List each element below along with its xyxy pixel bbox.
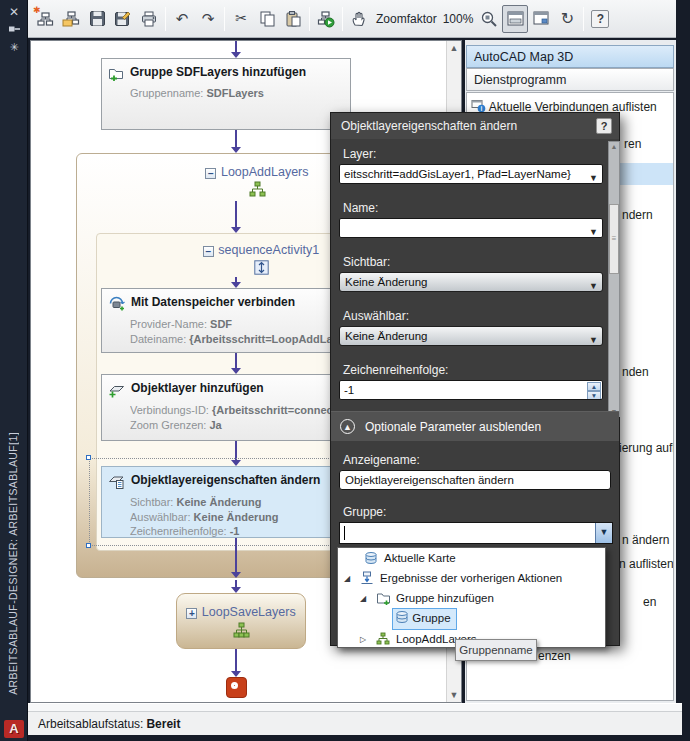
- prop-label: Gruppenname:: [130, 87, 203, 99]
- chevron-down-icon[interactable]: ▼: [589, 277, 598, 295]
- prop-label: Provider-Name:: [130, 318, 207, 330]
- tree-expanded-icon[interactable]: ◢: [344, 569, 350, 589]
- activity-objektlayereigenschaften-aendern[interactable]: Objektlayereigenschaften ändern Sichtbar…: [101, 466, 351, 538]
- tree-item-gruppe-selected[interactable]: Gruppe: [338, 608, 605, 628]
- anzeigename-label: Anzeigename:: [343, 453, 420, 467]
- new-workflow-button[interactable]: ✱: [32, 5, 58, 33]
- prop-value: Keine Änderung: [194, 511, 279, 523]
- dialog-help-button[interactable]: ?: [596, 118, 612, 134]
- toolbar-separator: [165, 7, 166, 31]
- layer-add-icon: [108, 381, 125, 402]
- run-workflow-button[interactable]: [313, 5, 339, 33]
- collapse-icon[interactable]: −: [205, 168, 216, 179]
- spin-up-icon[interactable]: ▲: [587, 382, 601, 391]
- zoom-window-button[interactable]: [476, 5, 502, 33]
- workflow-designer-window: ✕ ✳ ARBEITSABLAUF-DESIGNER: ARBEITSABLAU…: [0, 0, 690, 741]
- autocad-logo: A: [4, 720, 24, 738]
- gruppe-dropdown-popup: Aktuelle Karte ◢ Ergebnisse der vorherig…: [337, 547, 606, 648]
- chevron-up-circle-icon: ▲: [340, 419, 355, 434]
- folder-plus-icon: [108, 65, 124, 85]
- optional-parameters-toggle[interactable]: ▲ Optionale Parameter ausblenden: [331, 411, 619, 441]
- activity-gruppe-sdflayers-hinzufuegen[interactable]: Gruppe SDFLayers hinzufügen Gruppenname:…: [101, 58, 351, 130]
- loopsavelayers-header[interactable]: + LoopSaveLayers: [177, 602, 305, 620]
- scrollbar-thumb[interactable]: ≡: [609, 204, 619, 274]
- spin-down-icon[interactable]: ▼: [587, 391, 601, 400]
- help-button[interactable]: ?: [587, 5, 613, 33]
- prop-value: Ja: [209, 419, 221, 431]
- prop-label: Verbindungs-ID:: [130, 404, 209, 416]
- dialog-title[interactable]: Objektlayereigenschaften ändern: [331, 113, 619, 139]
- anzeigename-input[interactable]: Objektlayereigenschaften ändern: [339, 470, 611, 490]
- chevron-down-icon[interactable]: ▼: [589, 169, 598, 184]
- scroll-down-icon[interactable]: ▼: [447, 690, 461, 700]
- tree-item-aktuelle-karte[interactable]: Aktuelle Karte: [338, 548, 605, 568]
- flow-arrowhead: [231, 572, 241, 578]
- autohide-pin-icon[interactable]: [0, 23, 28, 38]
- panel-tab-dienstprogramm[interactable]: Dienstprogramm: [466, 68, 674, 91]
- list-item-partial[interactable]: enzen: [538, 649, 571, 663]
- paste-button[interactable]: [280, 5, 306, 33]
- prop-value: -1: [230, 525, 240, 537]
- undo-button[interactable]: ↶: [169, 5, 195, 33]
- scroll-up-icon[interactable]: ▲: [447, 43, 461, 53]
- group-database-icon: [395, 610, 409, 629]
- gruppe-combobox[interactable]: ▼: [339, 522, 613, 544]
- selected-tree-item[interactable]: Gruppe: [392, 608, 457, 630]
- activity-loopsavelayers[interactable]: + LoopSaveLayers: [176, 593, 306, 649]
- auswaehlbar-combobox[interactable]: Keine Änderung ▼: [339, 326, 603, 346]
- list-item-partial[interactable]: ren: [624, 137, 641, 151]
- new-star-accent: ✱: [33, 6, 41, 15]
- palette-titlebar: ✕ ✳ ARBEITSABLAUF-DESIGNER: ARBEITSABLAU…: [0, 0, 28, 741]
- chevron-down-icon[interactable]: ▼: [589, 223, 598, 238]
- org-chart-icon: [177, 622, 305, 643]
- properties-gear-icon[interactable]: ✳: [0, 41, 28, 54]
- tree-item-gruppe-hinzufuegen[interactable]: ◢ Gruppe hinzufügen: [338, 588, 605, 608]
- name-combobox[interactable]: ▼: [339, 218, 603, 238]
- refresh-button[interactable]: ↻: [554, 5, 580, 33]
- tree-collapsed-icon[interactable]: ▷: [360, 630, 366, 648]
- list-item-partial[interactable]: nden: [622, 365, 649, 379]
- activity-objektlayer-hinzufuegen[interactable]: Objektlayer hinzufügen Verbindungs-ID: {…: [101, 374, 351, 441]
- selection-handle[interactable]: [86, 543, 91, 548]
- gruppe-label: Gruppe:: [343, 505, 386, 519]
- layer-combobox[interactable]: eitsschritt=addGisLayer1, Pfad=LayerName…: [339, 164, 603, 184]
- copy-button[interactable]: [254, 5, 280, 33]
- auswaehlbar-value: Keine Änderung: [345, 330, 427, 342]
- close-icon[interactable]: ✕: [0, 5, 28, 19]
- tree-expanded-icon[interactable]: ◢: [360, 589, 366, 609]
- list-item-partial[interactable]: ierung aufh: [619, 441, 674, 455]
- zeichenreihenfolge-spinner[interactable]: -1 ▲▼: [339, 380, 603, 400]
- expand-icon[interactable]: +: [186, 608, 197, 619]
- list-item-partial[interactable]: en: [643, 595, 656, 609]
- list-item-partial[interactable]: ndern: [622, 208, 653, 222]
- prop-label: Sichtbar:: [130, 496, 173, 508]
- print-button[interactable]: [136, 5, 162, 33]
- redo-button[interactable]: ↷: [195, 5, 221, 33]
- list-item-partial[interactable]: n ändern: [622, 533, 669, 547]
- gruppe-dropdown-button[interactable]: ▼: [595, 523, 612, 543]
- list-item-partial[interactable]: n auflisten: [619, 557, 674, 571]
- save-button[interactable]: [84, 5, 110, 33]
- dialog-scrollbar[interactable]: ▲ ≡ ▼: [608, 141, 620, 417]
- selection-handle[interactable]: [86, 455, 91, 460]
- activity-mit-datenspeicher-verbinden[interactable]: Mit Datenspeicher verbinden Provider-Nam…: [101, 288, 351, 353]
- flow-connector: [235, 130, 237, 147]
- toggle-parameter-view-button[interactable]: [502, 5, 528, 33]
- prop-label: Dateiname:: [130, 333, 186, 345]
- pan-hand-icon[interactable]: [346, 5, 372, 33]
- toggle-toolbox-button[interactable]: [528, 5, 554, 33]
- save-as-button[interactable]: [110, 5, 136, 33]
- activity-title: Mit Datenspeicher verbinden: [131, 295, 295, 309]
- tree-item-ergebnisse[interactable]: ◢ Ergebnisse der vorherigen Aktionen: [338, 568, 605, 588]
- zoom-factor-value[interactable]: 100%: [443, 12, 474, 26]
- collapse-icon[interactable]: −: [203, 246, 214, 257]
- scroll-up-icon[interactable]: ▲: [609, 143, 619, 150]
- cut-button[interactable]: ✂: [228, 5, 254, 33]
- panel-tab-autocad-map-3d[interactable]: AutoCAD Map 3D: [466, 45, 674, 68]
- chevron-down-icon[interactable]: ▼: [589, 331, 598, 349]
- sichtbar-combobox[interactable]: Keine Änderung ▼: [339, 272, 603, 292]
- flow-connector: [235, 538, 237, 572]
- open-workflow-button[interactable]: [58, 5, 84, 33]
- toolbar-separator: [309, 7, 310, 31]
- tree-item-label: Ergebnisse der vorherigen Aktionen: [380, 568, 562, 588]
